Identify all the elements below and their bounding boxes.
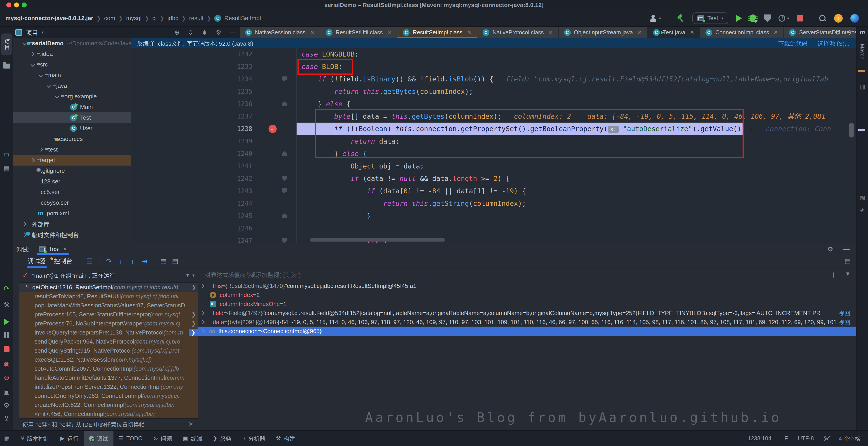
tree-item-cc5ser[interactable]: cc5.ser xyxy=(13,187,131,198)
stop-button[interactable] xyxy=(797,15,803,22)
code-line[interactable]: 1234 if (!field.isBinary() && !field.isB… xyxy=(131,73,856,85)
stop-debug-button[interactable] xyxy=(0,346,13,354)
line-number[interactable]: 1245 xyxy=(131,210,260,222)
tree-item-Test[interactable]: C Test xyxy=(13,112,131,123)
caret-position[interactable]: 1238:104 xyxy=(748,435,771,442)
tree-item-test[interactable]: test xyxy=(13,144,131,155)
chevron-down-icon[interactable]: ⌄ xyxy=(835,29,840,36)
collapse-all-icon[interactable]: ⇟ xyxy=(202,29,207,36)
file-encoding[interactable]: UTF-8 xyxy=(798,435,814,442)
expand-all-icon[interactable]: ⇕ xyxy=(188,29,193,36)
layout-icon[interactable]: ☰ xyxy=(84,257,96,265)
fold-marker-icon[interactable] xyxy=(282,188,287,194)
thread-dump-camera-icon[interactable]: ▣ xyxy=(0,388,13,395)
line-number[interactable]: 1235 xyxy=(131,85,260,98)
statusbar-item-run[interactable]: ▶运行 xyxy=(55,430,84,446)
stack-frame-row[interactable]: handleAutoCommitDefaults:1377, Connectio… xyxy=(19,373,198,382)
stack-frame-row[interactable]: resultSetToMap:46, ResultSetUtil (com.my… xyxy=(19,292,198,301)
ide-services-icon[interactable] xyxy=(850,14,859,23)
expand-chevron-icon[interactable] xyxy=(200,329,205,333)
editor-tab[interactable]: C ResultSetImpl.class✕ xyxy=(397,27,477,38)
code-line[interactable]: 1245 } xyxy=(131,210,856,222)
code-line[interactable]: 1244 return this.getString(columnIndex); xyxy=(131,197,856,210)
run-button[interactable] xyxy=(736,15,742,22)
commit-icon[interactable] xyxy=(0,63,13,70)
kebab-menu-icon[interactable]: ⋮ xyxy=(846,29,852,36)
line-number[interactable]: 1237 xyxy=(131,110,260,123)
code-line[interactable]: 1233 case BLOB: xyxy=(131,60,856,73)
view-value-link[interactable]: 视图 xyxy=(839,318,850,326)
debug-session-tab[interactable]: Test × xyxy=(37,243,69,255)
line-number[interactable]: 1247 xyxy=(131,235,260,243)
breakpoint-icon[interactable]: ✓ xyxy=(269,125,277,133)
line-number[interactable]: 1238 xyxy=(131,123,260,135)
editor-tab[interactable]: C ServerStatusDiffInterceptor.class✕ xyxy=(784,27,868,38)
tree-item-target[interactable]: target xyxy=(13,155,131,166)
gradle-icon[interactable]: ◈ xyxy=(857,206,868,213)
tree-item-cjk[interactable]: 临时文件和控制台 xyxy=(13,229,131,240)
variable-row[interactable]: this = {ResultSetImpl@1470} "com.mysql.c… xyxy=(198,281,856,290)
debug-button[interactable] xyxy=(749,14,756,22)
tab-debugger[interactable]: 调试器 xyxy=(24,255,50,268)
variable-row[interactable]: data = {byte[2091]@1498} [-84, -19, 0, 5… xyxy=(198,318,856,327)
variable-row[interactable]: field = {Field@1497} "com.mysql.cj.resul… xyxy=(198,308,856,318)
tree-chevron-icon[interactable] xyxy=(39,147,43,151)
tree-chevron-icon[interactable] xyxy=(31,62,35,66)
line-number[interactable]: 1239 xyxy=(131,135,260,147)
fold-marker-icon[interactable] xyxy=(282,77,287,82)
code-line[interactable]: 1235 return this.getBytes(columnIndex); xyxy=(131,85,856,98)
breadcrumb[interactable]: mysql-connector-java-8.0.12.jar❯com❯mysq… xyxy=(5,15,261,22)
fold-marker-icon[interactable] xyxy=(282,101,287,106)
editor-horizontal-scrollbar[interactable] xyxy=(310,238,445,242)
statusbar-item-vcs[interactable]: ⑂版本控制 xyxy=(16,430,55,446)
tree-chevron-icon[interactable] xyxy=(31,158,35,162)
project-panel-header[interactable]: 项目 ▾ xyxy=(16,27,43,38)
stack-frame-row[interactable]: sendQueryPacket:964, NativeProtocol (com… xyxy=(19,337,198,346)
stack-frame-row[interactable]: sendQueryString:915, NativeProtocol (com… xyxy=(19,346,198,355)
tree-item-123ser[interactable]: 123.ser xyxy=(13,176,131,187)
fold-marker-icon[interactable] xyxy=(282,213,287,218)
mute-breakpoints-button[interactable]: ⊘ xyxy=(0,374,13,382)
statusbar-item-terminal[interactable]: ▣终端 xyxy=(178,430,208,446)
watches-menu-icon[interactable]: ▾ xyxy=(846,270,849,279)
statusbar-item-debug[interactable]: 调试 xyxy=(84,430,113,446)
fold-marker-icon[interactable] xyxy=(282,151,287,156)
tree-item-User[interactable]: C User xyxy=(13,123,131,133)
readonly-pen-icon[interactable]: ✎ xyxy=(824,435,829,442)
close-tab-icon[interactable]: ✕ xyxy=(548,29,553,35)
view-breakpoints-button[interactable]: ◉ xyxy=(0,360,13,368)
pin-tab-icon[interactable]: ⊻ xyxy=(0,415,13,423)
variable-row[interactable]: p columnIndex = 2 xyxy=(198,290,856,299)
expand-chevron-icon[interactable] xyxy=(200,320,205,324)
tree-item-main[interactable]: main xyxy=(13,70,131,81)
stack-frame-row[interactable]: connectOneTryOnly:963, ConnectionImpl (c… xyxy=(19,391,198,400)
line-number[interactable]: 1233 xyxy=(131,60,260,73)
stack-frame-row[interactable]: <init>:456, ConnectionImpl (com.mysql.cj… xyxy=(19,409,198,418)
line-number[interactable]: 1234 xyxy=(131,73,260,85)
maven-tab-label[interactable]: Maven xyxy=(857,37,868,66)
tree-chevron-icon[interactable] xyxy=(39,73,43,77)
add-watch-icon[interactable]: ＋ xyxy=(830,270,837,279)
tree-item-resources[interactable]: resources xyxy=(13,133,131,144)
step-over-icon[interactable]: ↷ xyxy=(103,257,115,265)
breadcrumb-item[interactable]: mysql-connector-java-8.0.12.jar xyxy=(5,15,93,22)
tree-item-cc5ysoser[interactable]: cc5yso.ser xyxy=(13,198,131,208)
line-separator[interactable]: LF xyxy=(781,435,788,442)
line-number[interactable]: 1246 xyxy=(131,222,260,235)
rerun-button[interactable]: ⟳ xyxy=(0,285,13,292)
build-project-button[interactable] xyxy=(677,14,685,22)
close-window-button[interactable] xyxy=(6,2,11,7)
tree-chevron-icon[interactable] xyxy=(22,41,26,45)
tree-item-pomxml[interactable]: m pom.xml xyxy=(13,208,131,219)
stack-frame-row[interactable]: preProcess:76, NoSubInterceptorWrapper (… xyxy=(19,319,198,328)
line-number[interactable]: 1241 xyxy=(131,160,260,172)
statusbar-item-build[interactable]: ⚒构建 xyxy=(271,430,301,446)
stack-frame-row[interactable]: ↰ getObject:1316, ResultSetImpl (com.mys… xyxy=(19,283,198,292)
editor-tab[interactable]: C ConnectionImpl.class✕ xyxy=(700,27,784,38)
structure-icon[interactable]: ▤ xyxy=(0,165,13,172)
tree-chevron-icon[interactable] xyxy=(55,94,59,98)
breadcrumb-item[interactable]: cj xyxy=(152,15,157,22)
stack-frame-row[interactable]: preProcess:105, ServerStatusDiffIntercep… xyxy=(19,310,198,319)
step-into-icon[interactable]: ↓ xyxy=(115,257,127,265)
filter-funnel-icon[interactable]: ▼ xyxy=(185,272,190,278)
